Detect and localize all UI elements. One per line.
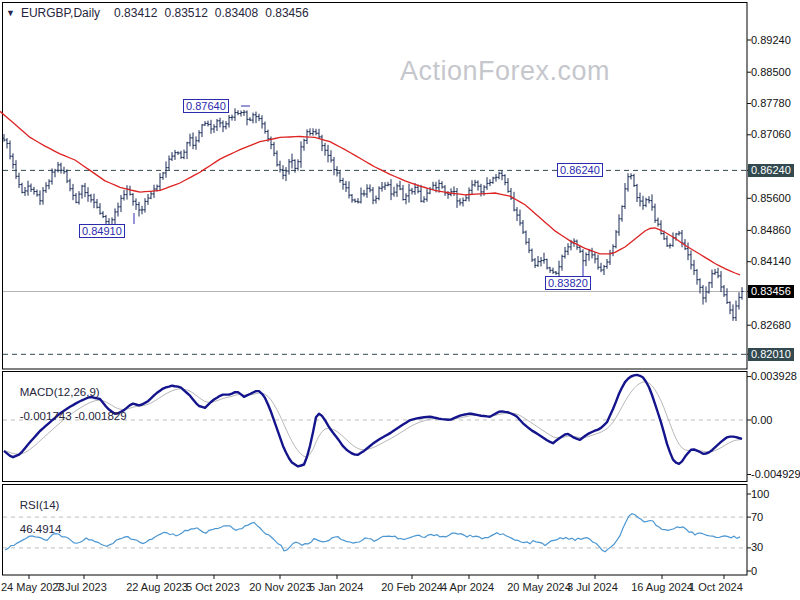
price-annotation-box[interactable]: 0.83820 — [545, 276, 591, 290]
date-axis-label: 22 Aug 2023 — [126, 581, 188, 593]
price-axis-label: 0.82680 — [751, 319, 791, 332]
price-axis-label: 0.84860 — [751, 224, 791, 237]
open-value: 0.83412 — [114, 6, 157, 20]
price-axis-label: 0.85600 — [751, 192, 791, 205]
close-value: 0.83456 — [265, 6, 308, 20]
price-axis[interactable]: 0.892400.885000.877800.870600.862400.856… — [748, 0, 800, 370]
rsi-axis[interactable]: 10070300 — [748, 483, 800, 578]
chart-canvas[interactable] — [0, 0, 800, 600]
ohlc-info-bar: ▼ EURGBP,Daily 0.83412 0.83512 0.83408 0… — [6, 6, 316, 20]
price-annotation-box[interactable]: 0.87640 — [183, 99, 229, 113]
symbol-dropdown-arrow-icon[interactable]: ▼ — [6, 8, 15, 18]
rsi-axis-label: 30 — [751, 541, 763, 554]
date-axis-label: 20 Feb 2024 — [381, 581, 443, 593]
macd-name: MACD(12,26,9) — [20, 386, 100, 398]
chart-window: ▼ EURGBP,Daily 0.83412 0.83512 0.83408 0… — [0, 0, 800, 600]
macd-indicator-label: MACD(12,26,9) -0.001743 -0.001829 — [7, 374, 127, 434]
macd-axis[interactable]: 0.0039280.00-0.004929 — [748, 370, 800, 483]
price-axis-label: 0.87060 — [751, 128, 791, 141]
watermark: ActionForex.com — [330, 56, 680, 87]
macd-values: -0.001743 -0.001829 — [20, 410, 127, 422]
price-axis-label: 0.82010 — [748, 348, 794, 361]
date-axis-label: 3 Jul 2024 — [567, 581, 618, 593]
price-axis-label: 0.84140 — [751, 255, 791, 268]
date-axis-label: 4 Apr 2024 — [441, 581, 494, 593]
date-axis-label: 7 Jul 2023 — [56, 581, 107, 593]
macd-axis-label: 0.00 — [751, 414, 772, 427]
rsi-name: RSI(14) — [20, 499, 60, 511]
symbol-label: EURGBP,Daily — [21, 6, 100, 20]
price-axis-label: 0.87780 — [751, 97, 791, 110]
date-axis[interactable]: 24 May 20237 Jul 202322 Aug 20235 Oct 20… — [0, 576, 800, 600]
date-axis-label: 1 Oct 2024 — [689, 581, 743, 593]
rsi-axis-label: 100 — [751, 488, 769, 501]
price-annotation-box[interactable]: 0.86240 — [557, 163, 603, 177]
date-axis-label: 5 Jan 2024 — [309, 581, 363, 593]
high-value: 0.83512 — [164, 6, 207, 20]
price-annotation-box[interactable]: 0.84910 — [79, 224, 125, 238]
price-axis-label: 0.83456 — [748, 285, 794, 298]
rsi-axis-label: 70 — [751, 511, 763, 524]
low-value: 0.83408 — [215, 6, 258, 20]
rsi-indicator-label: RSI(14) 46.4914 — [7, 487, 61, 547]
date-axis-label: 20 Nov 2023 — [249, 581, 311, 593]
price-axis-label: 0.88500 — [751, 66, 791, 79]
macd-axis-label: 0.003928 — [751, 370, 797, 383]
price-axis-label: 0.86240 — [748, 164, 794, 177]
date-axis-label: 16 Aug 2024 — [631, 581, 693, 593]
macd-axis-label: -0.004929 — [751, 468, 800, 481]
date-axis-label: 20 May 2024 — [507, 581, 571, 593]
rsi-value: 46.4914 — [20, 523, 62, 535]
price-axis-label: 0.89240 — [751, 34, 791, 47]
date-axis-label: 5 Oct 2023 — [186, 581, 240, 593]
